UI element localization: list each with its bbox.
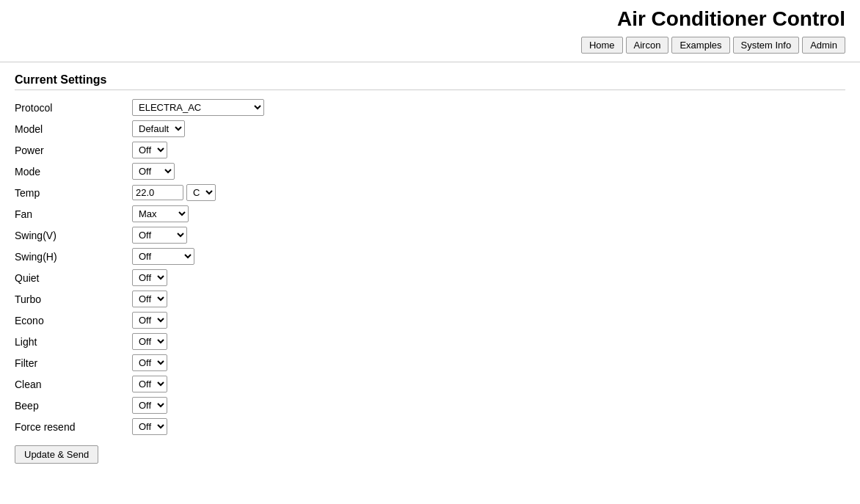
field-control-turbo: OffOn [132, 291, 845, 307]
select-power[interactable]: OffOn [132, 142, 167, 158]
field-control-temp: CF [132, 184, 845, 201]
section-title: Current Settings [15, 73, 845, 90]
select-swing-v-[interactable]: OffAutoHighestHighMiddleLowLowest [132, 227, 187, 244]
page-title: Air Conditioner Control [15, 7, 845, 31]
temp-input[interactable] [132, 185, 183, 200]
field-control-filter: OffOn [132, 354, 845, 371]
field-control-quiet: OffOn [132, 269, 845, 286]
update-send-button[interactable]: Update & Send [15, 445, 98, 464]
nav-button-examples[interactable]: Examples [671, 37, 729, 54]
field-label-model: Model [15, 123, 132, 135]
field-control-econo: OffOn [132, 312, 845, 329]
field-label-quiet: Quiet [15, 272, 132, 284]
main-content: Current Settings ProtocolELECTRA_ACModel… [0, 62, 860, 475]
field-label-light: Light [15, 336, 132, 348]
field-control-power: OffOn [132, 142, 845, 158]
select-filter[interactable]: OffOn [132, 354, 167, 371]
nav-button-aircon[interactable]: Aircon [626, 37, 669, 54]
field-control-protocol: ELECTRA_AC [132, 99, 845, 116]
protocol-select[interactable]: ELECTRA_AC [132, 99, 264, 116]
field-label-turbo: Turbo [15, 293, 132, 305]
select-swing-h-[interactable]: OffAutoLeftMaxLeftMiddleRightRightMax [132, 248, 194, 265]
nav-button-system-info[interactable]: System Info [733, 37, 800, 54]
field-label-fan: Fan [15, 208, 132, 220]
select-clean[interactable]: OffOn [132, 376, 167, 392]
settings-table: ProtocolELECTRA_ACModelDefaultPowerOffOn… [15, 99, 845, 435]
field-label-protocol: Protocol [15, 102, 132, 114]
select-force-resend[interactable]: OffOn [132, 418, 167, 435]
field-label-clean: Clean [15, 379, 132, 390]
nav-button-admin[interactable]: Admin [802, 37, 845, 54]
nav-bar: HomeAirconExamplesSystem InfoAdmin [15, 37, 845, 58]
field-label-beep: Beep [15, 400, 132, 412]
field-control-fan: AutoMinLowMediumHighMax [132, 205, 845, 222]
field-control-mode: OffAutoCoolHeatDryFan [132, 163, 845, 180]
select-model[interactable]: Default [132, 120, 185, 137]
field-control-light: OffOn [132, 333, 845, 350]
field-label-force-resend: Force resend [15, 421, 132, 433]
select-beep[interactable]: OffOn [132, 397, 167, 414]
field-label-temp: Temp [15, 187, 132, 199]
field-label-filter: Filter [15, 357, 132, 369]
field-control-swing-h-: OffAutoLeftMaxLeftMiddleRightRightMax [132, 248, 845, 265]
field-control-model: Default [132, 120, 845, 137]
field-label-swing-v-: Swing(V) [15, 230, 132, 241]
temp-unit-select[interactable]: CF [186, 184, 216, 201]
field-label-econo: Econo [15, 315, 132, 326]
select-quiet[interactable]: OffOn [132, 269, 167, 286]
nav-button-home[interactable]: Home [581, 37, 623, 54]
select-fan[interactable]: AutoMinLowMediumHighMax [132, 205, 189, 222]
field-control-swing-v-: OffAutoHighestHighMiddleLowLowest [132, 227, 845, 244]
field-control-clean: OffOn [132, 376, 845, 392]
field-control-force-resend: OffOn [132, 418, 845, 435]
select-light[interactable]: OffOn [132, 333, 167, 350]
select-econo[interactable]: OffOn [132, 312, 167, 329]
select-turbo[interactable]: OffOn [132, 291, 167, 307]
field-control-beep: OffOn [132, 397, 845, 414]
field-label-mode: Mode [15, 166, 132, 178]
field-label-swing-h-: Swing(H) [15, 251, 132, 263]
select-mode[interactable]: OffAutoCoolHeatDryFan [132, 163, 175, 180]
header: Air Conditioner Control HomeAirconExampl… [0, 0, 860, 62]
field-label-power: Power [15, 145, 132, 156]
